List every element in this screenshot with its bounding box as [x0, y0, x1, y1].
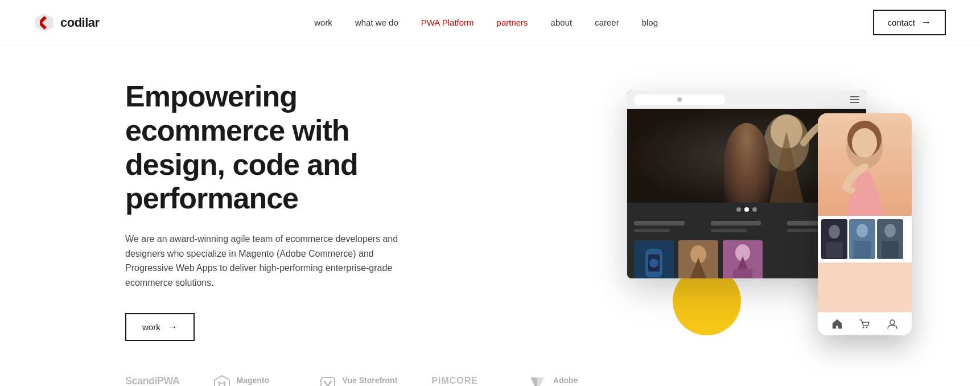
svg-rect-14: [733, 269, 752, 278]
svg-point-30: [866, 327, 868, 328]
nav-links: work what we do PWA Platform partners ab…: [314, 18, 658, 27]
nav-career[interactable]: career: [595, 18, 619, 27]
adobe-text: Adobe Bronze Solution Partner: [553, 376, 625, 386]
hamburger-icon: [850, 96, 859, 103]
logo-text: codilar: [60, 15, 100, 30]
hero-title: Empowering ecommerce with design, code a…: [125, 80, 455, 216]
dot-2: [744, 207, 749, 212]
svg-point-9: [649, 258, 658, 268]
partner-pimcore: PIMCORE Silver Solution Partner: [431, 376, 493, 386]
svg-point-19: [846, 187, 855, 194]
dot-1: [736, 207, 741, 212]
partner-vue: Vue Storefront Solution Partner: [320, 376, 398, 386]
vue-icon: [320, 376, 336, 386]
product-woman1: [678, 240, 718, 278]
mobile-product-grid: [818, 216, 912, 262]
contact-arrow-icon: →: [921, 17, 931, 28]
mobile-thumb-3: [877, 219, 903, 259]
svg-rect-22: [826, 242, 843, 258]
mobile-home-icon: [831, 318, 843, 330]
mobile-woman-svg: [818, 113, 912, 216]
partner-magento: Magento Solution Partner: [214, 375, 286, 386]
svg-point-18: [852, 128, 877, 158]
magento-text: Magento Solution Partner: [237, 376, 286, 386]
search-dot-icon: [677, 97, 682, 102]
nav-blog[interactable]: blog: [642, 18, 658, 27]
work-arrow-icon: →: [167, 321, 178, 333]
magento-icon: [214, 375, 230, 386]
svg-point-27: [884, 224, 896, 237]
mobile-thumb-2: [849, 219, 875, 259]
nav-work[interactable]: work: [314, 18, 332, 27]
svg-rect-32: [321, 377, 335, 386]
scandipwa-logo: ScandiPWA Solution Partner: [125, 375, 180, 386]
pimcore-logo: PIMCORE Silver Solution Partner: [431, 376, 493, 386]
mobile-thumb-1: [821, 219, 847, 259]
mobile-cart-icon: [859, 318, 870, 330]
mobile-bottom-nav: [818, 312, 912, 335]
svg-rect-25: [854, 241, 871, 258]
nav-what-we-do[interactable]: what we do: [355, 18, 398, 27]
mobile-hero-image: [818, 113, 912, 216]
mobile-user-icon: [887, 318, 898, 330]
svg-rect-28: [882, 241, 899, 258]
logo[interactable]: codilar: [34, 13, 100, 33]
nav-about[interactable]: about: [551, 18, 573, 27]
partner-adobe: Adobe Bronze Solution Partner: [528, 375, 625, 386]
mockup-header: [627, 91, 866, 109]
logo-icon: [34, 13, 55, 33]
nav-partners[interactable]: partners: [497, 18, 528, 27]
mockup-searchbar: [634, 95, 725, 105]
dot-3: [752, 207, 757, 212]
hero-content: Empowering ecommerce with design, code a…: [125, 80, 455, 341]
hero-mockup: [627, 91, 912, 330]
partner-scandipwa: ScandiPWA Solution Partner: [125, 375, 180, 386]
mobile-mockup: [818, 113, 912, 335]
hero-section: Empowering ecommerce with design, code a…: [0, 46, 980, 364]
contact-button[interactable]: contact →: [873, 10, 946, 35]
product-watch: [634, 240, 674, 278]
navbar: codilar work what we do PWA Platform par…: [0, 0, 980, 46]
partners-bar: ScandiPWA Solution Partner Magento Solut…: [0, 364, 980, 386]
svg-point-31: [890, 320, 895, 325]
vue-text: Vue Storefront Solution Partner: [343, 376, 398, 386]
adobe-icon: [528, 375, 546, 386]
product-woman2: [723, 240, 763, 278]
svg-point-24: [857, 224, 868, 237]
svg-point-29: [863, 327, 864, 328]
hero-subtitle: We are an award-winning agile team of ec…: [125, 232, 421, 290]
svg-point-21: [829, 225, 840, 239]
work-button[interactable]: work →: [125, 313, 195, 341]
nav-pwa-platform[interactable]: PWA Platform: [421, 18, 474, 27]
